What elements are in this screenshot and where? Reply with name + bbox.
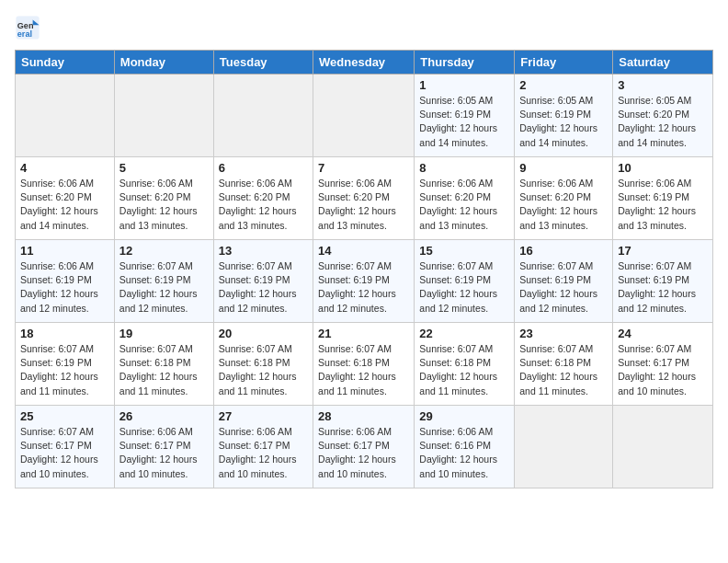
calendar-cell: 20Sunrise: 6:07 AM Sunset: 6:18 PM Dayli…	[213, 323, 313, 406]
calendar-cell: 23Sunrise: 6:07 AM Sunset: 6:18 PM Dayli…	[515, 323, 613, 406]
day-number: 9	[519, 161, 608, 175]
header-day-saturday: Saturday	[613, 51, 713, 75]
calendar-cell: 21Sunrise: 6:07 AM Sunset: 6:18 PM Dayli…	[313, 323, 415, 406]
day-number: 23	[519, 327, 608, 340]
day-number: 6	[219, 161, 308, 175]
day-info: Sunrise: 6:07 AM Sunset: 6:18 PM Dayligh…	[419, 342, 509, 398]
day-info: Sunrise: 6:07 AM Sunset: 6:17 PM Dayligh…	[20, 425, 109, 481]
day-info: Sunrise: 6:06 AM Sunset: 6:19 PM Dayligh…	[618, 177, 708, 233]
day-number: 11	[20, 244, 109, 258]
day-number: 27	[219, 409, 308, 423]
day-info: Sunrise: 6:06 AM Sunset: 6:20 PM Dayligh…	[519, 177, 608, 233]
header-day-sunday: Sunday	[16, 51, 115, 75]
calendar-cell	[515, 406, 613, 488]
calendar-cell: 16Sunrise: 6:07 AM Sunset: 6:19 PM Dayli…	[515, 240, 613, 323]
svg-text:eral: eral	[17, 29, 32, 39]
header-day-tuesday: Tuesday	[213, 51, 313, 75]
calendar-cell: 8Sunrise: 6:06 AM Sunset: 6:20 PM Daylig…	[415, 157, 515, 240]
day-number: 25	[20, 409, 109, 423]
calendar-cell: 18Sunrise: 6:07 AM Sunset: 6:19 PM Dayli…	[16, 323, 115, 406]
day-number: 20	[219, 327, 308, 340]
calendar-cell	[213, 75, 313, 157]
calendar-cell: 12Sunrise: 6:07 AM Sunset: 6:19 PM Dayli…	[114, 240, 213, 323]
day-number: 12	[119, 244, 209, 258]
day-info: Sunrise: 6:07 AM Sunset: 6:19 PM Dayligh…	[119, 259, 209, 316]
day-info: Sunrise: 6:07 AM Sunset: 6:19 PM Dayligh…	[419, 259, 509, 316]
calendar-cell: 1Sunrise: 6:05 AM Sunset: 6:19 PM Daylig…	[415, 75, 515, 157]
calendar-week-row: 11Sunrise: 6:06 AM Sunset: 6:19 PM Dayli…	[16, 240, 713, 323]
calendar-cell: 24Sunrise: 6:07 AM Sunset: 6:17 PM Dayli…	[613, 323, 713, 406]
calendar-cell: 3Sunrise: 6:05 AM Sunset: 6:20 PM Daylig…	[613, 75, 713, 157]
day-number: 26	[119, 409, 209, 423]
header-day-thursday: Thursday	[415, 51, 515, 75]
calendar-week-row: 1Sunrise: 6:05 AM Sunset: 6:19 PM Daylig…	[16, 75, 713, 157]
calendar-cell: 26Sunrise: 6:06 AM Sunset: 6:17 PM Dayli…	[114, 406, 213, 488]
day-info: Sunrise: 6:05 AM Sunset: 6:19 PM Dayligh…	[519, 94, 608, 150]
day-info: Sunrise: 6:07 AM Sunset: 6:18 PM Dayligh…	[318, 342, 409, 398]
calendar-cell: 7Sunrise: 6:06 AM Sunset: 6:20 PM Daylig…	[313, 157, 415, 240]
day-info: Sunrise: 6:07 AM Sunset: 6:19 PM Dayligh…	[519, 259, 608, 316]
calendar-week-row: 4Sunrise: 6:06 AM Sunset: 6:20 PM Daylig…	[16, 157, 713, 240]
calendar-cell: 9Sunrise: 6:06 AM Sunset: 6:20 PM Daylig…	[515, 157, 613, 240]
day-info: Sunrise: 6:06 AM Sunset: 6:20 PM Dayligh…	[20, 177, 109, 233]
calendar-cell	[16, 75, 115, 157]
day-info: Sunrise: 6:06 AM Sunset: 6:20 PM Dayligh…	[219, 177, 308, 233]
day-info: Sunrise: 6:06 AM Sunset: 6:20 PM Dayligh…	[318, 177, 409, 233]
calendar-cell: 6Sunrise: 6:06 AM Sunset: 6:20 PM Daylig…	[213, 157, 313, 240]
day-number: 14	[318, 244, 409, 258]
header-day-friday: Friday	[515, 51, 613, 75]
calendar-cell: 29Sunrise: 6:06 AM Sunset: 6:16 PM Dayli…	[415, 406, 515, 488]
day-number: 8	[419, 161, 509, 175]
header: Gen eral	[15, 15, 713, 40]
day-number: 29	[419, 409, 509, 423]
day-number: 28	[318, 409, 409, 423]
day-info: Sunrise: 6:06 AM Sunset: 6:17 PM Dayligh…	[219, 425, 308, 481]
day-info: Sunrise: 6:06 AM Sunset: 6:19 PM Dayligh…	[20, 259, 109, 316]
day-info: Sunrise: 6:07 AM Sunset: 6:19 PM Dayligh…	[20, 342, 109, 398]
day-info: Sunrise: 6:06 AM Sunset: 6:20 PM Dayligh…	[419, 177, 509, 233]
calendar-cell: 25Sunrise: 6:07 AM Sunset: 6:17 PM Dayli…	[16, 406, 115, 488]
day-info: Sunrise: 6:06 AM Sunset: 6:20 PM Dayligh…	[119, 177, 209, 233]
day-number: 4	[20, 161, 109, 175]
day-number: 18	[20, 327, 109, 340]
calendar-cell: 19Sunrise: 6:07 AM Sunset: 6:18 PM Dayli…	[114, 323, 213, 406]
day-info: Sunrise: 6:07 AM Sunset: 6:17 PM Dayligh…	[618, 342, 708, 398]
calendar-cell: 17Sunrise: 6:07 AM Sunset: 6:19 PM Dayli…	[613, 240, 713, 323]
calendar-cell: 27Sunrise: 6:06 AM Sunset: 6:17 PM Dayli…	[213, 406, 313, 488]
logo: Gen eral	[15, 15, 44, 40]
calendar-cell	[114, 75, 213, 157]
day-number: 2	[519, 78, 608, 92]
day-number: 16	[519, 244, 608, 258]
day-number: 10	[618, 161, 708, 175]
day-info: Sunrise: 6:07 AM Sunset: 6:18 PM Dayligh…	[219, 342, 308, 398]
day-number: 1	[419, 78, 509, 92]
day-number: 24	[618, 327, 708, 340]
calendar-cell: 22Sunrise: 6:07 AM Sunset: 6:18 PM Dayli…	[415, 323, 515, 406]
calendar-table: SundayMondayTuesdayWednesdayThursdayFrid…	[15, 50, 713, 488]
day-info: Sunrise: 6:06 AM Sunset: 6:16 PM Dayligh…	[419, 425, 509, 481]
calendar-cell: 5Sunrise: 6:06 AM Sunset: 6:20 PM Daylig…	[114, 157, 213, 240]
day-number: 17	[618, 244, 708, 258]
day-info: Sunrise: 6:07 AM Sunset: 6:18 PM Dayligh…	[119, 342, 209, 398]
calendar-cell: 4Sunrise: 6:06 AM Sunset: 6:20 PM Daylig…	[16, 157, 115, 240]
day-number: 19	[119, 327, 209, 340]
day-number: 15	[419, 244, 509, 258]
header-day-wednesday: Wednesday	[313, 51, 415, 75]
day-number: 7	[318, 161, 409, 175]
day-info: Sunrise: 6:07 AM Sunset: 6:19 PM Dayligh…	[219, 259, 308, 316]
calendar-cell: 10Sunrise: 6:06 AM Sunset: 6:19 PM Dayli…	[613, 157, 713, 240]
day-info: Sunrise: 6:05 AM Sunset: 6:19 PM Dayligh…	[419, 94, 509, 150]
calendar-cell: 11Sunrise: 6:06 AM Sunset: 6:19 PM Dayli…	[16, 240, 115, 323]
calendar-cell: 13Sunrise: 6:07 AM Sunset: 6:19 PM Dayli…	[213, 240, 313, 323]
day-number: 22	[419, 327, 509, 340]
calendar-week-row: 18Sunrise: 6:07 AM Sunset: 6:19 PM Dayli…	[16, 323, 713, 406]
calendar-cell: 2Sunrise: 6:05 AM Sunset: 6:19 PM Daylig…	[515, 75, 613, 157]
calendar-header-row: SundayMondayTuesdayWednesdayThursdayFrid…	[16, 51, 713, 75]
day-info: Sunrise: 6:06 AM Sunset: 6:17 PM Dayligh…	[119, 425, 209, 481]
day-info: Sunrise: 6:06 AM Sunset: 6:17 PM Dayligh…	[318, 425, 409, 481]
day-number: 5	[119, 161, 209, 175]
calendar-cell	[613, 406, 713, 488]
day-number: 21	[318, 327, 409, 340]
header-day-monday: Monday	[114, 51, 213, 75]
day-number: 3	[618, 78, 708, 92]
